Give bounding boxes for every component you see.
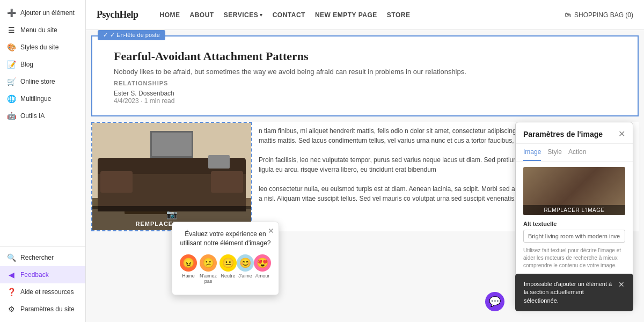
feedback-dialog: ✕ Évaluez votre expérience en utilisant … xyxy=(172,222,279,295)
styles-icon: 🎨 xyxy=(6,43,16,52)
sidebar-item-add-element[interactable]: ➕ Ajouter un élément xyxy=(0,4,85,21)
sidebar-item-feedback[interactable]: ◀ Feedback xyxy=(0,266,85,283)
top-navigation: PsychHelp HOME ABOUT SERVICES ▾ CONTACT … xyxy=(86,0,644,30)
search-icon: 🔍 xyxy=(6,253,16,262)
nav-services[interactable]: SERVICES ▾ xyxy=(224,11,263,19)
jaime-label: J'aime xyxy=(238,273,252,279)
haine-face: 😠 xyxy=(180,254,197,272)
sidebar-item-multilingue[interactable]: 🌐 Multilingue xyxy=(0,90,85,107)
chat-button[interactable]: 💬 xyxy=(485,292,504,311)
sidebar-item-label: Feedback xyxy=(20,271,49,279)
help-icon: ❓ xyxy=(6,288,16,296)
menu-icon: ☰ xyxy=(6,26,16,34)
sidebar-item-outils-ia[interactable]: 🤖 Outils IA xyxy=(0,107,85,125)
nav-about[interactable]: ABOUT xyxy=(190,11,214,19)
nav-contact[interactable]: CONTACT xyxy=(273,11,305,19)
globe-icon: 🌐 xyxy=(6,94,16,103)
sofa-cushion2 xyxy=(211,171,243,193)
laptop xyxy=(208,155,230,169)
gear-icon: ⚙ xyxy=(6,305,16,313)
haine-label: Haine xyxy=(182,273,195,279)
post-header-badge: ✓ ✓ En-tête de poste xyxy=(98,30,165,40)
blog-icon: 📝 xyxy=(6,60,16,69)
sidebar-bottom: 🔍 Rechercher ◀ Feedback ❓ Aide et ressou… xyxy=(0,246,85,318)
store-icon: 🛒 xyxy=(6,77,16,86)
picture-frame xyxy=(150,131,193,158)
post-title: Fearful-Avoidant Attachment Patterns xyxy=(114,49,616,63)
nav-home[interactable]: HOME xyxy=(160,11,180,19)
image-section[interactable]: 📷 REMPLACER L'IMAGE xyxy=(91,122,252,231)
page-content: ✓ ✓ En-tête de poste Fearful-Avoidant At… xyxy=(86,30,644,322)
amour-face: 😍 xyxy=(254,254,271,272)
nav-new-empty-page[interactable]: NEW EMPTY PAGE xyxy=(315,11,377,19)
article-image[interactable]: 📷 REMPLACER L'IMAGE xyxy=(92,123,251,230)
sidebar-item-blog[interactable]: 📝 Blog xyxy=(0,56,85,73)
neutre-label: Neutre xyxy=(221,273,235,279)
emoji-amour[interactable]: 😍 Amour xyxy=(254,254,271,284)
toast-message: Impossible d'ajouter un élément à la sec… xyxy=(524,280,613,305)
nav-services-label: SERVICES xyxy=(224,11,258,19)
sofa-cushion1 xyxy=(100,171,133,193)
sidebar-item-styles-site[interactable]: 🎨 Styles du site xyxy=(0,39,85,56)
sidebar-item-label: Styles du site xyxy=(20,43,58,51)
nav-store[interactable]: STORE xyxy=(387,11,411,19)
emoji-jaime[interactable]: 😊 J'aime xyxy=(237,254,254,284)
toast-notification: Impossible d'ajouter un élément à la sec… xyxy=(515,274,633,311)
params-header: Paramètres de l'image ✕ xyxy=(516,122,633,144)
alt-text-input[interactable] xyxy=(523,230,625,243)
amour-label: Amour xyxy=(255,273,270,279)
alt-description: Utilisez fait textuel pour décrire l'ima… xyxy=(523,247,625,269)
sidebar-item-label: Rechercher xyxy=(20,254,54,261)
sidebar-item-menu-site[interactable]: ☰ Menu du site xyxy=(0,21,85,39)
neutre-face: 😐 xyxy=(219,254,237,272)
badge-label: ✓ En-tête de poste xyxy=(110,32,160,39)
sidebar-item-label: Aide et ressources xyxy=(20,288,74,296)
emoji-haine[interactable]: 😠 Haine xyxy=(180,254,197,284)
sidebar-item-aide-ressources[interactable]: ❓ Aide et ressources xyxy=(0,283,85,301)
camera-icon: 📷 xyxy=(96,209,248,219)
jaime-face: 😊 xyxy=(237,254,254,272)
chevron-down-icon: ▾ xyxy=(260,12,263,18)
brand-logo: PsychHelp xyxy=(97,9,138,20)
naimepas-label: N'aimez pas xyxy=(197,273,219,284)
feedback-emojis: 😠 Haine 😕 N'aimez pas 😐 Neutre 😊 J'aime … xyxy=(180,254,271,284)
main-area: PsychHelp HOME ABOUT SERVICES ▾ CONTACT … xyxy=(86,0,644,322)
toast-close-icon[interactable]: ✕ xyxy=(618,280,625,289)
params-tabs: Image Style Action xyxy=(516,144,633,162)
nav-links: HOME ABOUT SERVICES ▾ CONTACT NEW EMPTY … xyxy=(160,11,554,19)
chat-icon: 💬 xyxy=(489,296,501,308)
emoji-neutre[interactable]: 😐 Neutre xyxy=(219,254,237,284)
sidebar-item-parametres-site[interactable]: ⚙ Paramètres du site xyxy=(0,301,85,318)
naimepas-face: 😕 xyxy=(200,254,217,272)
body-area: 📷 REMPLACER L'IMAGE n tiam finibus, mi a… xyxy=(91,122,639,231)
tab-style[interactable]: Style xyxy=(547,144,562,161)
post-date: 4/4/2023 · 1 min read xyxy=(114,97,616,105)
sidebar: ➕ Ajouter un élément ☰ Menu du site 🎨 St… xyxy=(0,0,86,322)
tab-image[interactable]: Image xyxy=(523,144,541,161)
sidebar-item-label: Ajouter un élément xyxy=(20,9,75,17)
panel-image-overlay-text[interactable]: REMPLACER L'IMAGE xyxy=(523,205,625,215)
sidebar-item-rechercher[interactable]: 🔍 Rechercher xyxy=(0,249,85,266)
post-subtitle: Nobody likes to be afraid, but sometimes… xyxy=(114,68,616,76)
sidebar-item-online-store[interactable]: 🛒 Online store xyxy=(0,73,85,90)
check-icon: ✓ xyxy=(103,32,108,39)
feedback-close-icon[interactable]: ✕ xyxy=(268,226,274,235)
add-icon: ➕ xyxy=(6,9,16,17)
close-icon[interactable]: ✕ xyxy=(618,129,625,139)
sidebar-item-label: Menu du site xyxy=(20,26,57,34)
panel-image-preview: REMPLACER L'IMAGE xyxy=(523,167,625,215)
shopping-bag-button[interactable]: 🛍 SHOPPING BAG (0) xyxy=(565,11,633,19)
emoji-naimepas[interactable]: 😕 N'aimez pas xyxy=(197,254,219,284)
post-header-section: ✓ ✓ En-tête de poste Fearful-Avoidant At… xyxy=(91,35,639,116)
feedback-title: Évaluez votre expérience en utilisant no… xyxy=(180,230,271,248)
sidebar-item-label: Multilingue xyxy=(20,95,51,103)
feedback-icon: ◀ xyxy=(6,270,16,279)
sidebar-item-label: Paramètres du site xyxy=(20,305,75,313)
post-author: Ester S. Dossenbach xyxy=(114,90,616,97)
tab-action[interactable]: Action xyxy=(568,144,586,161)
cart-icon: 🛍 xyxy=(565,11,571,19)
shopping-bag-label: SHOPPING BAG (0) xyxy=(574,11,633,19)
sidebar-item-label: Online store xyxy=(20,78,55,85)
sidebar-item-label: Outils IA xyxy=(20,112,45,120)
post-tag: RELATIONSHIPS xyxy=(114,80,616,86)
